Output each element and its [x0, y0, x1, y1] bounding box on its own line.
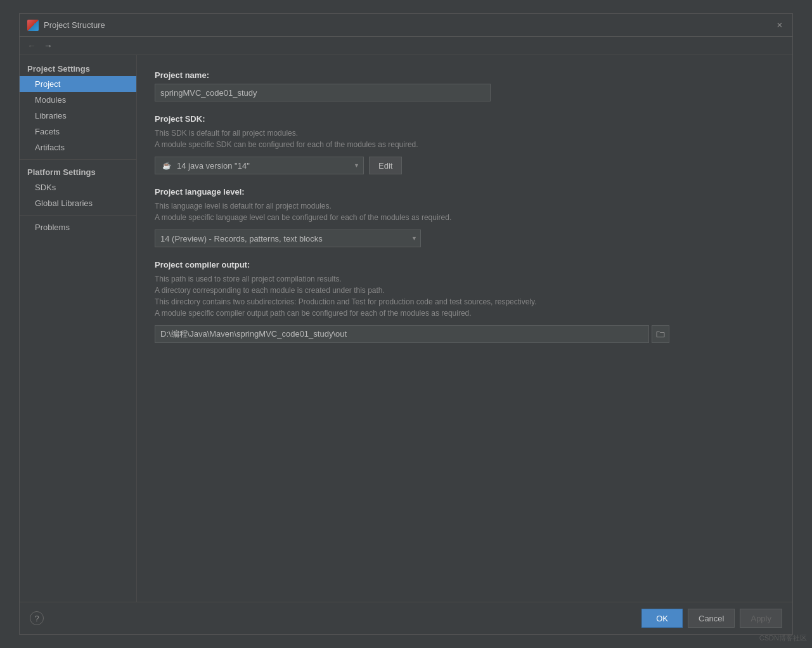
- close-button[interactable]: ×: [775, 20, 785, 30]
- sidebar-item-artifacts-label: Artifacts: [35, 143, 65, 152]
- project-compiler-output-section: Project compiler output: This path is us…: [155, 260, 775, 343]
- project-language-level-desc: This language level is default for all p…: [155, 200, 775, 223]
- footer-left: ?: [30, 611, 44, 625]
- sidebar-item-facets[interactable]: Facets: [20, 124, 136, 139]
- project-language-level-section: Project language level: This language le…: [155, 187, 775, 247]
- sidebar-item-project[interactable]: Project: [20, 76, 136, 92]
- project-sdk-label: Project SDK:: [155, 114, 775, 124]
- project-compiler-output-desc: This path is used to store all project c…: [155, 273, 775, 319]
- project-compiler-output-label: Project compiler output:: [155, 260, 775, 269]
- nav-bar: ← →: [20, 37, 792, 55]
- title-bar: Project Structure ×: [20, 14, 792, 37]
- language-level-select[interactable]: 14 (Preview) - Records, patterns, text b…: [155, 230, 421, 247]
- apply-button[interactable]: Apply: [740, 609, 782, 628]
- sidebar-item-sdks[interactable]: SDKs: [20, 179, 136, 195]
- sidebar-item-problems-label: Problems: [35, 223, 70, 232]
- ok-button[interactable]: OK: [641, 609, 683, 628]
- sidebar-divider: [20, 159, 136, 160]
- project-sdk-desc: This SDK is default for all project modu…: [155, 127, 775, 150]
- sdk-java-icon: ☕: [160, 159, 173, 172]
- sidebar-item-facets-label: Facets: [35, 127, 60, 136]
- sdk-select[interactable]: ☕ 14 java version "14": [155, 157, 364, 174]
- project-structure-dialog: Project Structure × ← → Project Settings…: [19, 13, 793, 635]
- compiler-output-row: [155, 325, 775, 343]
- project-name-label: Project name:: [155, 70, 775, 80]
- back-arrow[interactable]: ←: [25, 39, 39, 52]
- dialog-title: Project Structure: [44, 20, 105, 30]
- project-name-section: Project name:: [155, 70, 775, 101]
- sidebar-item-libraries[interactable]: Libraries: [20, 108, 136, 124]
- sidebar-divider-2: [20, 215, 136, 216]
- dialog-body: Project Settings Project Modules Librari…: [20, 55, 792, 602]
- help-button[interactable]: ?: [30, 611, 44, 625]
- sidebar-item-libraries-label: Libraries: [35, 111, 67, 120]
- title-bar-left: Project Structure: [27, 20, 105, 31]
- cancel-button[interactable]: Cancel: [688, 609, 735, 628]
- watermark: CSDN博客社区: [759, 633, 807, 643]
- platform-settings-section-label: Platform Settings: [20, 164, 136, 179]
- sidebar-item-global-libraries-label: Global Libraries: [35, 198, 93, 208]
- sdk-edit-button[interactable]: Edit: [369, 157, 402, 174]
- sidebar-item-artifacts[interactable]: Artifacts: [20, 139, 136, 155]
- folder-icon: [656, 330, 665, 338]
- sidebar-item-global-libraries[interactable]: Global Libraries: [20, 195, 136, 211]
- sidebar-item-sdks-label: SDKs: [35, 183, 56, 192]
- sidebar: Project Settings Project Modules Librari…: [20, 55, 137, 602]
- footer: ? OK Cancel Apply: [20, 602, 792, 634]
- project-settings-section-label: Project Settings: [20, 60, 136, 76]
- sidebar-item-project-label: Project: [35, 79, 60, 89]
- project-name-input[interactable]: [155, 84, 491, 101]
- footer-right: OK Cancel Apply: [641, 609, 782, 628]
- forward-arrow[interactable]: →: [41, 39, 55, 52]
- main-content: Project name: Project SDK: This SDK is d…: [137, 55, 792, 602]
- project-sdk-section: Project SDK: This SDK is default for all…: [155, 114, 775, 174]
- compiler-output-input[interactable]: [155, 325, 649, 343]
- sidebar-item-modules[interactable]: Modules: [20, 92, 136, 108]
- compiler-output-folder-button[interactable]: [652, 325, 669, 343]
- sidebar-item-problems[interactable]: Problems: [20, 219, 136, 235]
- sidebar-item-modules-label: Modules: [35, 95, 66, 105]
- sdk-row: ☕ 14 java version "14" Edit: [155, 157, 775, 174]
- sdk-value: 14 java version "14": [177, 161, 250, 171]
- project-language-level-label: Project language level:: [155, 187, 775, 197]
- language-level-select-wrapper: 14 (Preview) - Records, patterns, text b…: [155, 230, 421, 247]
- app-icon: [27, 20, 39, 31]
